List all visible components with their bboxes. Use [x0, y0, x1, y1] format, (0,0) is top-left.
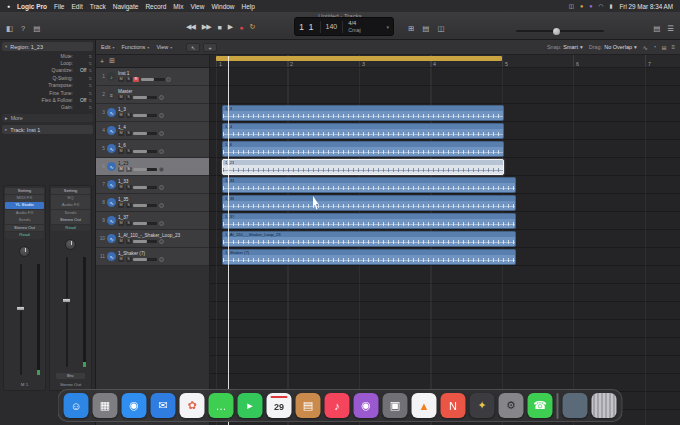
mute-button[interactable]: M — [118, 239, 124, 245]
dock-phone-icon[interactable]: ☎ — [528, 393, 553, 418]
channel-strip-slot[interactable]: Sends — [51, 210, 90, 217]
menu-item[interactable]: Record — [145, 3, 166, 10]
track-pan-knob[interactable] — [166, 77, 171, 82]
parameter-value[interactable] — [76, 82, 92, 88]
track-name[interactable]: 1_37 — [118, 215, 209, 220]
mixer-button[interactable]: ▤ — [422, 24, 429, 34]
channel-strip-slot[interactable]: Read — [5, 232, 44, 239]
channel-strip-slot[interactable]: Sends — [5, 217, 44, 224]
audio-region[interactable]: 1_4 — [222, 123, 504, 139]
dock-facetime-icon[interactable]: ▸ — [238, 393, 263, 418]
menu-item[interactable]: Logic Pro — [17, 3, 47, 10]
solo-button[interactable]: S — [126, 77, 132, 83]
lcd-display[interactable]: 1 1 140 4/4 Cmaj ▾ — [294, 17, 394, 36]
dock-news-icon[interactable]: N — [441, 393, 466, 418]
zoom-presets-button[interactable]: ⊞ — [661, 44, 666, 51]
track-row[interactable]: 10 ∿ 1_Af_110_-_Shaker_Loop_23 M S — [96, 230, 209, 248]
track-volume-slider[interactable] — [133, 240, 157, 243]
dock-settings-icon[interactable]: ⚙ — [499, 393, 524, 418]
dock-game-center-icon[interactable]: ✦ — [470, 393, 495, 418]
dock-notes-icon[interactable]: ▤ — [296, 393, 321, 418]
track-row[interactable]: 7 ∿ 1_33 M S — [96, 176, 209, 194]
dock-music-icon[interactable]: ♪ — [325, 393, 350, 418]
parameter-value[interactable]: Off — [76, 67, 92, 73]
track-name[interactable]: 1_Shaker (7) — [118, 251, 209, 256]
solo-button[interactable]: S — [126, 131, 132, 137]
audio-region[interactable]: 1_23 — [222, 159, 504, 175]
left-click-tool-button[interactable]: ↖ — [186, 43, 200, 52]
track-inspector-header[interactable]: ▸ Track: Inst 1 — [2, 125, 93, 134]
track-row[interactable]: 4 ∿ 1_4 M S — [96, 122, 209, 140]
track-name[interactable]: 1_4 — [118, 125, 209, 130]
edit-menu-button[interactable]: Edit ▾ — [101, 44, 115, 50]
volume-fader[interactable] — [51, 255, 90, 369]
track-row[interactable]: 2 ≡ Master M S — [96, 86, 209, 104]
track-name[interactable]: 1_35 — [118, 197, 209, 202]
audio-region[interactable]: 1_3 — [222, 105, 504, 121]
track-row[interactable]: 11 ∿ 1_Shaker (7) M S — [96, 248, 209, 266]
region-inspector-header[interactable]: ▾ Region: 1_23 — [2, 42, 93, 51]
track-name[interactable]: 1_23 — [118, 161, 209, 166]
track-name[interactable]: Master — [118, 89, 209, 94]
track-name[interactable]: 1_Af_110_-_Shaker_Loop_23 — [118, 233, 209, 238]
fader-knob[interactable] — [62, 298, 71, 303]
solo-button[interactable]: S — [126, 185, 132, 191]
flex-button[interactable]: ∿ — [643, 44, 648, 51]
track-row[interactable]: 6 ∿ 1_23 M S — [96, 158, 209, 176]
region-parameter-row[interactable]: Fine Tune: — [0, 89, 95, 96]
track-volume-slider[interactable] — [133, 168, 157, 171]
parameter-value[interactable] — [76, 53, 92, 59]
dock-trash-icon[interactable] — [592, 393, 617, 418]
region-parameter-row[interactable]: Mute: — [0, 52, 95, 59]
parameter-value[interactable] — [76, 60, 92, 66]
solo-button[interactable]: S — [126, 239, 132, 245]
mute-button[interactable]: M — [118, 77, 124, 83]
channel-strip-slot[interactable]: Audio FX — [51, 202, 90, 209]
master-volume-slider[interactable] — [516, 30, 604, 32]
record-enable-button[interactable]: R — [133, 77, 139, 83]
bar-ruler[interactable]: 1234567 — [210, 55, 680, 67]
play-button[interactable]: ▶ — [228, 23, 232, 31]
dock-separator[interactable] — [557, 393, 559, 419]
menu-item[interactable]: Mix — [173, 3, 183, 10]
track-volume-slider[interactable] — [133, 132, 157, 135]
solo-button[interactable]: S — [126, 257, 132, 263]
solo-button[interactable]: S — [126, 203, 132, 209]
track-name[interactable]: 1_33 — [118, 179, 209, 184]
track-pan-knob[interactable] — [159, 185, 164, 190]
pan-knob[interactable] — [65, 239, 76, 250]
mute-button[interactable]: M — [118, 167, 124, 173]
lcd-chevron-down-icon[interactable]: ▾ — [386, 24, 389, 30]
rewind-button[interactable]: ◀◀ — [186, 23, 195, 31]
track-volume-slider[interactable] — [141, 78, 165, 81]
master-volume-knob[interactable] — [553, 28, 560, 35]
audio-region[interactable]: 1_33 — [222, 177, 516, 193]
stop-button[interactable]: ■ — [218, 24, 221, 31]
command-click-tool-button[interactable]: + — [203, 43, 217, 52]
dock-vlc-icon[interactable]: ▲ — [412, 393, 437, 418]
channel-strip-slot[interactable]: YL Studio — [5, 202, 44, 209]
dock-photos-icon[interactable]: ✿ — [180, 393, 205, 418]
channel-strip-slot[interactable]: Stereo Out — [51, 217, 90, 224]
track-name[interactable]: 1_3 — [118, 107, 209, 112]
drag-menu[interactable]: Drag: No Overlap ▾ — [589, 44, 637, 50]
mute-button[interactable]: M — [118, 131, 124, 137]
audio-region[interactable]: 1_35 — [222, 195, 516, 211]
cycle-button[interactable]: ↻ — [249, 23, 254, 31]
add-track-button[interactable]: + — [100, 58, 104, 65]
track-pan-knob[interactable] — [159, 131, 164, 136]
solo-button[interactable]: S — [126, 113, 132, 119]
menu-item[interactable]: Help — [242, 3, 255, 10]
mute-button[interactable]: M — [118, 149, 124, 155]
track-volume-slider[interactable] — [133, 114, 157, 117]
track-volume-slider[interactable] — [133, 186, 157, 189]
forward-button[interactable]: ▶▶ — [202, 23, 211, 31]
region-parameter-row[interactable]: Loop: — [0, 59, 95, 66]
inspector-toggle-button[interactable]: ◧ — [6, 24, 13, 34]
volume-fader[interactable] — [5, 262, 44, 377]
track-row[interactable]: 8 ∿ 1_35 M S — [96, 194, 209, 212]
menu-item[interactable]: Navigate — [113, 3, 139, 10]
region-parameter-row[interactable]: Gain: — [0, 104, 95, 111]
functions-menu-button[interactable]: Functions ▾ — [122, 44, 150, 50]
quick-help-button[interactable]: ? — [21, 24, 25, 34]
